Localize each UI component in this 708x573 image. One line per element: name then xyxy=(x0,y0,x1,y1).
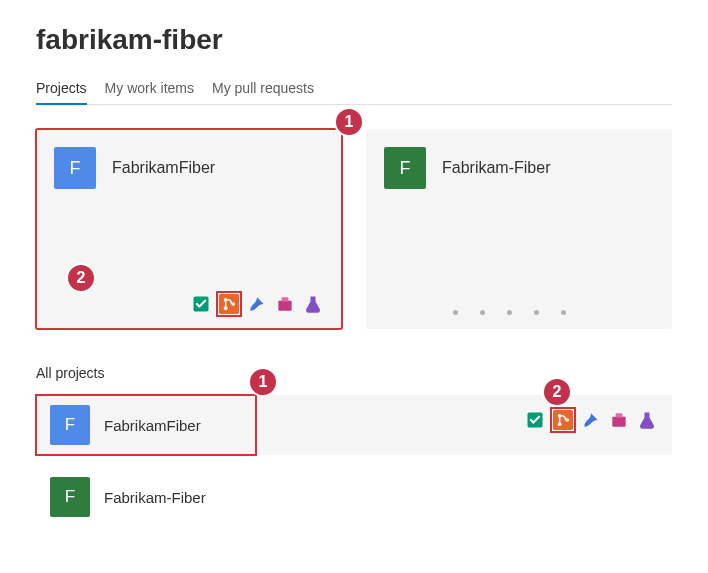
card-footer xyxy=(384,310,654,315)
all-projects-list: 1 F FabrikamFiber 2 F Fabrikam-Fiber xyxy=(36,395,672,527)
dot xyxy=(480,310,485,315)
svg-point-2 xyxy=(224,298,228,302)
svg-point-9 xyxy=(558,414,562,418)
tab-projects[interactable]: Projects xyxy=(36,74,87,104)
avatar: F xyxy=(50,477,90,517)
dot xyxy=(507,310,512,315)
testplans-icon[interactable] xyxy=(636,409,658,431)
project-name: FabrikamFiber xyxy=(104,417,201,434)
repos-icon[interactable] xyxy=(552,409,574,431)
dot xyxy=(453,310,458,315)
dot xyxy=(561,310,566,315)
tab-my-work-items[interactable]: My work items xyxy=(105,74,194,104)
list-item-fabrikam-fiber[interactable]: F Fabrikam-Fiber xyxy=(36,467,672,527)
artifacts-icon[interactable] xyxy=(608,409,630,431)
svg-point-10 xyxy=(558,422,562,426)
svg-rect-1 xyxy=(219,294,239,314)
testplans-icon[interactable] xyxy=(302,293,324,315)
callout-1: 1 xyxy=(334,107,364,137)
svg-rect-8 xyxy=(553,410,573,430)
card-header: F FabrikamFiber xyxy=(54,147,324,189)
recent-projects: 1 F FabrikamFiber 2 F F xyxy=(36,129,672,329)
project-name: Fabrikam-Fiber xyxy=(442,159,550,177)
boards-icon[interactable] xyxy=(190,293,212,315)
repos-icon[interactable] xyxy=(218,293,240,315)
boards-icon[interactable] xyxy=(524,409,546,431)
project-card-fabrikamfiber[interactable]: 1 F FabrikamFiber 2 xyxy=(36,129,342,329)
service-icons-row: 2 xyxy=(524,409,658,431)
all-projects-heading: All projects xyxy=(36,365,672,381)
dot xyxy=(534,310,539,315)
pipelines-icon[interactable] xyxy=(246,293,268,315)
card-header: F Fabrikam-Fiber xyxy=(384,147,654,189)
callout-2: 2 xyxy=(66,263,96,293)
service-icons-row: 2 xyxy=(54,293,324,315)
svg-rect-13 xyxy=(616,413,623,417)
tabs: Projects My work items My pull requests xyxy=(36,74,672,105)
project-name: FabrikamFiber xyxy=(112,159,215,177)
svg-rect-6 xyxy=(282,297,289,301)
pipelines-icon[interactable] xyxy=(580,409,602,431)
pagination-dots xyxy=(384,310,634,315)
callout-1: 1 xyxy=(248,367,278,397)
callout-2: 2 xyxy=(542,377,572,407)
list-item-fabrikamfiber[interactable]: 1 F FabrikamFiber xyxy=(36,395,256,455)
avatar: F xyxy=(54,147,96,189)
avatar: F xyxy=(384,147,426,189)
artifacts-icon[interactable] xyxy=(274,293,296,315)
svg-rect-5 xyxy=(278,301,291,311)
project-card-fabrikam-fiber[interactable]: F Fabrikam-Fiber xyxy=(366,129,672,329)
tab-my-pull-requests[interactable]: My pull requests xyxy=(212,74,314,104)
page-title: fabrikam-fiber xyxy=(36,24,672,56)
svg-rect-12 xyxy=(612,417,625,427)
project-name: Fabrikam-Fiber xyxy=(104,489,206,506)
avatar: F xyxy=(50,405,90,445)
svg-point-3 xyxy=(224,306,228,310)
